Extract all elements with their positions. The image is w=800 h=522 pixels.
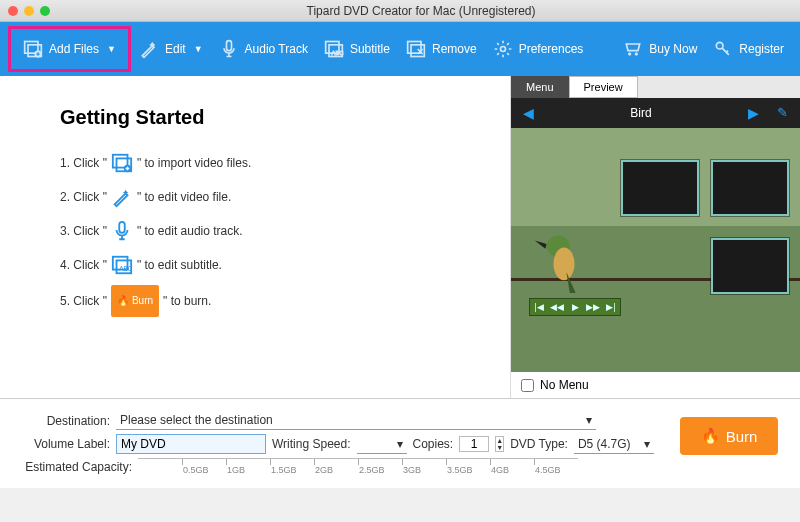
preview-panel: Menu Preview ◀ Bird ▶ ✎ |◀ ◀◀ <box>510 76 800 398</box>
ruler-tick: 4GB <box>490 459 509 465</box>
key-icon <box>713 39 733 59</box>
bottom-panel: Destination: Please select the destinati… <box>0 398 800 488</box>
window-controls <box>8 6 50 16</box>
chevron-down-icon: ▾ <box>397 437 403 451</box>
svg-point-12 <box>717 42 724 49</box>
edit-label: Edit <box>165 42 186 56</box>
writing-speed-select[interactable]: ▾ <box>357 435 407 454</box>
writing-speed-label: Writing Speed: <box>272 437 351 451</box>
svg-point-10 <box>629 53 632 56</box>
menu-thumbnail[interactable] <box>711 160 789 216</box>
audio-track-button[interactable]: Audio Track <box>211 33 316 65</box>
svg-text:ABC: ABC <box>331 50 343 56</box>
capacity-ruler: 0.5GB1GB1.5GB2GB2.5GB3GB3.5GB4GB4.5GB <box>138 458 578 476</box>
step-2: 2. Click " " to edit video file. <box>60 183 480 211</box>
next-template-icon[interactable]: ▶ <box>748 105 759 121</box>
maximize-icon[interactable] <box>40 6 50 16</box>
microphone-icon <box>111 220 133 242</box>
destination-select[interactable]: Please select the destination ▾ <box>116 411 596 430</box>
remove-button[interactable]: Remove <box>398 33 485 65</box>
no-menu-label: No Menu <box>540 378 589 392</box>
buy-now-label: Buy Now <box>649 42 697 56</box>
add-files-icon <box>111 152 133 174</box>
toolbar: Add Files ▼ Edit ▼ Audio Track ABC Subti… <box>0 22 800 76</box>
step-3: 3. Click " " to edit audio track. <box>60 217 480 245</box>
remove-icon <box>406 39 426 59</box>
preferences-button[interactable]: Preferences <box>485 33 592 65</box>
remove-label: Remove <box>432 42 477 56</box>
ruler-tick: 4.5GB <box>534 459 561 465</box>
menu-thumbnail[interactable] <box>621 160 699 216</box>
minimize-icon[interactable] <box>24 6 34 16</box>
ruler-tick: 3.5GB <box>446 459 473 465</box>
svg-point-21 <box>554 248 575 281</box>
svg-rect-16 <box>119 222 125 233</box>
ruler-tick: 0.5GB <box>182 459 209 465</box>
burn-mini-icon: 🔥 Burn <box>111 285 159 317</box>
playback-controls: |◀ ◀◀ ▶ ▶▶ ▶| <box>529 298 621 316</box>
ruler-tick: 2.5GB <box>358 459 385 465</box>
no-menu-checkbox[interactable] <box>521 379 534 392</box>
subtitle-label: Subtitle <box>350 42 390 56</box>
menu-thumbnail[interactable] <box>711 238 789 294</box>
prev-template-icon[interactable]: ◀ <box>523 105 534 121</box>
dvd-type-label: DVD Type: <box>510 437 568 451</box>
burn-label: Burn <box>726 428 758 445</box>
add-files-label: Add Files <box>49 42 99 56</box>
svg-text:ABC: ABC <box>119 265 133 272</box>
add-files-icon <box>23 39 43 59</box>
dvd-type-select[interactable]: D5 (4.7G)▾ <box>574 435 654 454</box>
step-5: 5. Click " 🔥 Burn " to burn. <box>60 285 480 317</box>
magic-wand-icon <box>111 186 133 208</box>
register-button[interactable]: Register <box>705 33 792 65</box>
copies-label: Copies: <box>413 437 454 451</box>
last-icon[interactable]: ▶| <box>602 299 620 315</box>
preview-tabs: Menu Preview <box>511 76 800 98</box>
volume-label-input[interactable] <box>116 434 266 454</box>
close-icon[interactable] <box>8 6 18 16</box>
first-icon[interactable]: |◀ <box>530 299 548 315</box>
estimated-capacity-label: Estimated Capacity: <box>12 460 132 474</box>
tab-menu[interactable]: Menu <box>511 76 569 98</box>
preview-body: |◀ ◀◀ ▶ ▶▶ ▶| <box>511 128 800 372</box>
template-name: Bird <box>630 106 651 120</box>
window-title: Tipard DVD Creator for Mac (Unregistered… <box>50 4 792 18</box>
register-label: Register <box>739 42 784 56</box>
titlebar: Tipard DVD Creator for Mac (Unregistered… <box>0 0 800 22</box>
getting-started-title: Getting Started <box>60 106 480 129</box>
rewind-icon[interactable]: ◀◀ <box>548 299 566 315</box>
copies-input[interactable] <box>459 436 489 452</box>
flame-icon: 🔥 <box>701 427 720 445</box>
getting-started-panel: Getting Started 1. Click " " to import v… <box>0 76 510 398</box>
svg-point-9 <box>500 47 505 52</box>
forward-icon[interactable]: ▶▶ <box>584 299 602 315</box>
edit-template-icon[interactable]: ✎ <box>777 105 788 121</box>
buy-now-button[interactable]: Buy Now <box>615 33 705 65</box>
play-icon[interactable]: ▶ <box>566 299 584 315</box>
magic-wand-icon <box>139 39 159 59</box>
subtitle-button[interactable]: ABC Subtitle <box>316 33 398 65</box>
preview-header: ◀ Bird ▶ ✎ <box>511 98 800 128</box>
volume-label-label: Volume Label: <box>12 437 110 451</box>
audio-track-label: Audio Track <box>245 42 308 56</box>
svg-rect-3 <box>226 41 231 51</box>
tab-preview[interactable]: Preview <box>569 76 638 98</box>
svg-point-11 <box>635 53 638 56</box>
subtitle-icon: ABC <box>324 39 344 59</box>
bird-image <box>529 223 599 293</box>
copies-stepper[interactable]: ▲▼ <box>495 436 504 452</box>
subtitle-icon: ABC <box>111 254 133 276</box>
ruler-tick: 1GB <box>226 459 245 465</box>
step-4: 4. Click " ABC " to edit subtitle. <box>60 251 480 279</box>
add-files-button[interactable]: Add Files ▼ <box>8 26 131 72</box>
gear-icon <box>493 39 513 59</box>
edit-button[interactable]: Edit ▼ <box>131 33 211 65</box>
main-area: Getting Started 1. Click " " to import v… <box>0 76 800 398</box>
step-1: 1. Click " " to import video files. <box>60 149 480 177</box>
burn-button[interactable]: 🔥 Burn <box>680 417 778 455</box>
destination-label: Destination: <box>12 414 110 428</box>
cart-icon <box>623 39 643 59</box>
chevron-down-icon: ▾ <box>644 437 650 451</box>
preferences-label: Preferences <box>519 42 584 56</box>
svg-rect-8 <box>411 45 424 57</box>
